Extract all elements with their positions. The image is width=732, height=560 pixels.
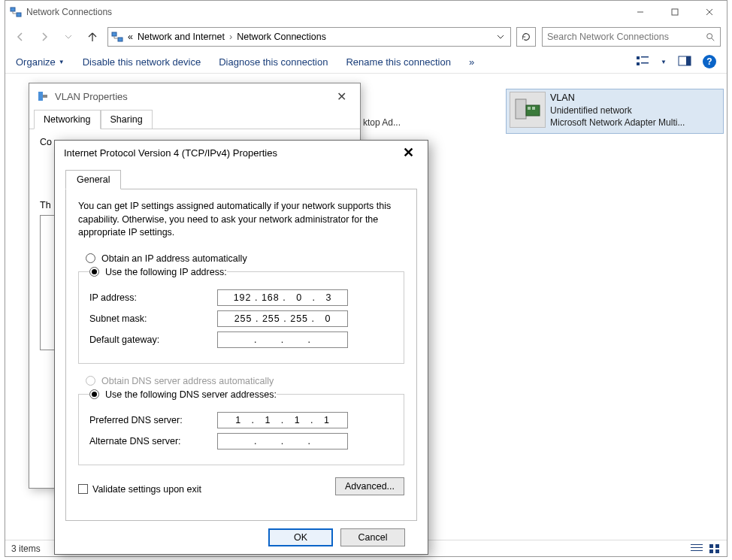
truncated-adapter-text: ktop Ad... xyxy=(363,117,401,128)
svg-rect-0 xyxy=(11,8,15,11)
radio-use-following-ip[interactable]: Use the following IP address: xyxy=(89,267,227,277)
address-dropdown-icon[interactable] xyxy=(494,33,507,41)
close-icon[interactable]: ✕ xyxy=(398,143,419,162)
address-folder-icon xyxy=(111,31,123,43)
dialog-titlebar: VLAN Properties ✕ xyxy=(29,83,360,109)
search-icon xyxy=(705,32,715,42)
nav-recent-dropdown[interactable] xyxy=(59,28,77,46)
radio-icon xyxy=(89,267,99,277)
svg-rect-18 xyxy=(528,107,531,110)
dialog-title: Internet Protocol Version 4 (TCP/IPv4) P… xyxy=(64,147,277,159)
preferred-dns-input[interactable] xyxy=(217,412,348,428)
connection-name: VLAN xyxy=(550,92,720,104)
nav-back-button[interactable] xyxy=(11,28,29,46)
disable-device-button[interactable]: Disable this network device xyxy=(83,56,201,68)
subnet-mask-input[interactable] xyxy=(217,310,348,327)
svg-point-8 xyxy=(707,34,712,39)
radio-obtain-dns-auto: Obtain DNS server address automatically xyxy=(86,376,404,386)
titlebar: Network Connections xyxy=(5,1,727,23)
toolbar-overflow-button[interactable]: » xyxy=(469,56,474,68)
subnet-mask-label: Subnet mask: xyxy=(89,313,217,324)
svg-rect-11 xyxy=(641,56,649,58)
svg-rect-28 xyxy=(43,95,47,98)
diagnose-connection-button[interactable]: Diagnose this connection xyxy=(219,56,328,68)
ip-address-group: Use the following IP address: IP address… xyxy=(78,267,404,364)
details-view-icon[interactable] xyxy=(691,543,703,554)
default-gateway-input[interactable] xyxy=(217,331,348,348)
network-adapter-icon xyxy=(510,92,546,128)
intro-text: You can get IP settings assigned automat… xyxy=(78,200,404,240)
radio-icon xyxy=(86,376,95,386)
tab-sharing[interactable]: Sharing xyxy=(101,110,153,129)
refresh-button[interactable] xyxy=(516,27,536,47)
checkbox-icon xyxy=(78,484,88,494)
large-icons-view-icon[interactable] xyxy=(709,543,721,554)
preview-pane-icon[interactable] xyxy=(677,54,692,69)
dialog-title: VLAN Properties xyxy=(55,91,128,102)
breadcrumb-1[interactable]: Network and Internet xyxy=(138,32,225,42)
dialog-tabs: Networking Sharing xyxy=(29,109,360,129)
svg-rect-3 xyxy=(672,9,678,15)
nav-forward-button[interactable] xyxy=(35,28,53,46)
svg-rect-6 xyxy=(112,32,116,36)
svg-line-9 xyxy=(712,38,715,41)
validate-settings-checkbox[interactable]: Validate settings upon exit xyxy=(78,484,201,495)
svg-rect-21 xyxy=(691,547,703,548)
breadcrumb-sep-icon: › xyxy=(229,32,232,42)
svg-rect-16 xyxy=(516,99,526,119)
alternate-dns-label: Alternate DNS server: xyxy=(89,436,217,446)
dns-servers-group: Use the following DNS server addresses: … xyxy=(78,389,404,465)
svg-rect-7 xyxy=(118,38,123,41)
svg-rect-27 xyxy=(38,92,43,101)
navigation-bar: « Network and Internet › Network Connect… xyxy=(5,23,727,50)
chevron-down-icon: ▼ xyxy=(59,59,65,65)
breadcrumb-2[interactable]: Network Connections xyxy=(237,32,326,42)
dialog-titlebar: Internet Protocol Version 4 (TCP/IPv4) P… xyxy=(55,141,428,165)
svg-rect-20 xyxy=(691,544,703,545)
svg-rect-15 xyxy=(686,56,691,65)
command-bar: Organize ▼ Disable this network device D… xyxy=(5,50,727,73)
alternate-dns-input[interactable] xyxy=(217,433,348,450)
svg-rect-24 xyxy=(715,544,719,548)
svg-rect-10 xyxy=(637,56,640,59)
radio-use-following-dns[interactable]: Use the following DNS server addresses: xyxy=(89,389,277,400)
radio-obtain-ip-auto[interactable]: Obtain an IP address automatically xyxy=(86,253,404,264)
maximize-button[interactable] xyxy=(658,1,692,23)
status-item-count: 3 items xyxy=(11,543,41,554)
view-large-icon[interactable] xyxy=(635,54,650,69)
advanced-button[interactable]: Advanced... xyxy=(335,477,404,495)
svg-rect-12 xyxy=(637,62,640,65)
tab-networking[interactable]: Networking xyxy=(34,110,101,129)
svg-rect-26 xyxy=(715,549,719,553)
organize-menu[interactable]: Organize ▼ xyxy=(16,56,65,68)
nav-up-button[interactable] xyxy=(83,28,101,46)
svg-rect-22 xyxy=(691,550,703,551)
dialog-tabs: General xyxy=(65,169,417,189)
radio-icon xyxy=(86,253,95,263)
radio-icon xyxy=(89,389,99,399)
tab-general[interactable]: General xyxy=(65,170,121,189)
search-input[interactable]: Search Network Connections xyxy=(542,27,721,47)
general-tab-content: You can get IP settings assigned automat… xyxy=(65,189,417,521)
search-placeholder: Search Network Connections xyxy=(547,32,669,42)
address-bar[interactable]: « Network and Internet › Network Connect… xyxy=(107,27,511,47)
network-connection-item-vlan[interactable]: VLAN Unidentified network Microsoft Netw… xyxy=(506,89,724,134)
dialog-footer: OK Cancel xyxy=(65,521,417,546)
network-connections-icon xyxy=(10,6,22,18)
svg-rect-25 xyxy=(709,549,713,553)
rename-connection-button[interactable]: Rename this connection xyxy=(346,56,450,68)
ip-address-label: IP address: xyxy=(89,292,217,303)
cancel-button[interactable]: Cancel xyxy=(340,528,405,546)
ip-address-input[interactable] xyxy=(217,289,348,306)
svg-rect-19 xyxy=(532,107,535,110)
ok-button[interactable]: OK xyxy=(268,528,333,546)
minimize-button[interactable] xyxy=(623,1,658,23)
help-icon[interactable]: ? xyxy=(703,55,716,68)
chevron-down-icon[interactable]: ▼ xyxy=(661,59,667,65)
window-title: Network Connections xyxy=(26,7,112,17)
svg-rect-1 xyxy=(17,13,21,17)
close-icon[interactable]: ✕ xyxy=(331,86,352,107)
close-button[interactable] xyxy=(692,1,727,23)
preferred-dns-label: Preferred DNS server: xyxy=(89,415,217,425)
breadcrumb-prefix: « xyxy=(128,32,133,42)
